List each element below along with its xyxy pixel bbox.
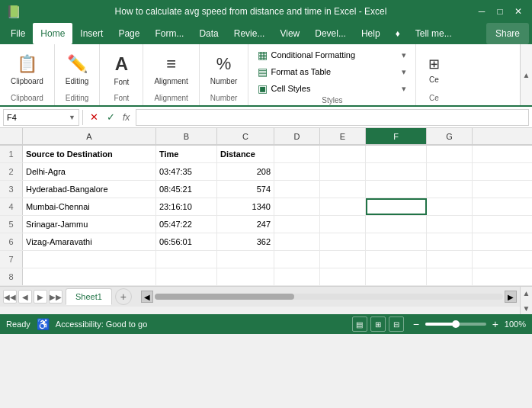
sheet-nav-next[interactable]: ▶: [34, 290, 47, 304]
cell-f6[interactable]: [366, 233, 427, 250]
close-button[interactable]: ✕: [511, 4, 526, 19]
minimize-button[interactable]: ─: [474, 4, 489, 19]
page-layout-btn[interactable]: ⊞: [370, 316, 386, 332]
tell-me-input[interactable]: Tell me...: [408, 23, 460, 44]
formula-cancel-button[interactable]: ✕: [86, 110, 101, 125]
cell-b2[interactable]: 03:47:35: [156, 163, 217, 180]
cell-a3[interactable]: Hyderabad-Bangalore: [23, 181, 156, 198]
add-sheet-button[interactable]: +: [115, 288, 132, 305]
cell-g4[interactable]: [427, 198, 473, 215]
sheet-tab-sheet1[interactable]: Sheet1: [66, 288, 112, 305]
cell-c5[interactable]: 247: [217, 216, 274, 233]
alignment-button[interactable]: ≡ Alignment: [149, 47, 192, 93]
cell-b1[interactable]: Time: [156, 146, 217, 162]
cell-c4[interactable]: 1340: [217, 198, 274, 215]
cell-d4[interactable]: [274, 198, 320, 215]
menu-home[interactable]: Home: [33, 23, 72, 44]
share-button[interactable]: Share: [486, 23, 529, 44]
cell-c7[interactable]: [217, 251, 274, 268]
corner-cell[interactable]: [0, 128, 23, 145]
cell-b5[interactable]: 05:47:22: [156, 216, 217, 233]
menu-format[interactable]: Form...: [147, 23, 191, 44]
menu-page[interactable]: Page: [111, 23, 147, 44]
ce-button[interactable]: ⊞ Ce: [422, 47, 445, 93]
cell-c2[interactable]: 208: [217, 163, 274, 180]
sheet-nav-last[interactable]: ▶▶: [49, 290, 62, 304]
formula-confirm-button[interactable]: ✓: [103, 110, 118, 125]
cell-f4[interactable]: [366, 198, 427, 215]
col-header-d[interactable]: D: [274, 128, 320, 145]
clipboard-button[interactable]: 📋 Clipboard: [6, 47, 48, 93]
cell-g5[interactable]: [427, 216, 473, 233]
format-as-table-button[interactable]: ▤ Format as Table ▾: [255, 64, 409, 79]
scroll-down-btn[interactable]: ▼: [521, 302, 532, 314]
cell-d3[interactable]: [274, 181, 320, 198]
cell-c6[interactable]: 362: [217, 233, 274, 250]
zoom-in-btn[interactable]: +: [489, 318, 502, 330]
cell-b4[interactable]: 23:16:10: [156, 198, 217, 215]
cell-e1[interactable]: [320, 146, 366, 162]
cell-g7[interactable]: [427, 251, 473, 268]
cell-a2[interactable]: Delhi-Agra: [23, 163, 156, 180]
cell-d5[interactable]: [274, 216, 320, 233]
h-scrollbar-track[interactable]: [155, 294, 503, 300]
sheet-nav-first[interactable]: ◀◀: [3, 290, 17, 304]
number-button[interactable]: % Number: [206, 47, 242, 93]
editing-button[interactable]: ✏️ Editing: [61, 47, 94, 93]
menu-file[interactable]: File: [3, 23, 33, 44]
cell-c1[interactable]: Distance: [217, 146, 274, 162]
cell-f5[interactable]: [366, 216, 427, 233]
menu-insert[interactable]: Insert: [72, 23, 111, 44]
menu-diamond[interactable]: ♦: [388, 23, 408, 44]
cell-d8[interactable]: [274, 268, 320, 285]
normal-view-btn[interactable]: ▤: [352, 316, 367, 332]
cell-a6[interactable]: Vizag-Amaravathi: [23, 233, 156, 250]
menu-help[interactable]: Help: [354, 23, 388, 44]
cell-g6[interactable]: [427, 233, 473, 250]
cell-d1[interactable]: [274, 146, 320, 162]
menu-view[interactable]: View: [272, 23, 307, 44]
cell-e4[interactable]: [320, 198, 366, 215]
col-header-e[interactable]: E: [320, 128, 366, 145]
cell-a4[interactable]: Mumbai-Chennai: [23, 198, 156, 215]
cell-b7[interactable]: [156, 251, 217, 268]
cell-a7[interactable]: [23, 251, 156, 268]
cell-g3[interactable]: [427, 181, 473, 198]
cell-b8[interactable]: [156, 268, 217, 285]
scroll-right-btn[interactable]: ▶: [505, 291, 517, 303]
cell-e7[interactable]: [320, 251, 366, 268]
menu-developer[interactable]: Devel...: [307, 23, 354, 44]
name-box[interactable]: F4 ▼: [3, 109, 79, 126]
ribbon-scroll-button[interactable]: ▲: [520, 44, 532, 105]
page-break-btn[interactable]: ⊟: [389, 316, 404, 332]
formula-input[interactable]: [136, 109, 529, 126]
cell-a5[interactable]: Srinagar-Jammu: [23, 216, 156, 233]
cell-c3[interactable]: 574: [217, 181, 274, 198]
cell-b3[interactable]: 08:45:21: [156, 181, 217, 198]
cell-a1[interactable]: Source to Destination: [23, 146, 156, 162]
font-button[interactable]: A Font: [106, 47, 136, 93]
sheet-nav-prev[interactable]: ◀: [18, 290, 32, 304]
cell-f8[interactable]: [366, 268, 427, 285]
cell-f3[interactable]: [366, 181, 427, 198]
col-header-c[interactable]: C: [217, 128, 274, 145]
cell-b6[interactable]: 06:56:01: [156, 233, 217, 250]
cell-styles-button[interactable]: ▣ Cell Styles ▾: [255, 81, 409, 96]
cell-f1[interactable]: [366, 146, 427, 162]
menu-review[interactable]: Revie...: [226, 23, 273, 44]
cell-e5[interactable]: [320, 216, 366, 233]
maximize-button[interactable]: □: [492, 4, 508, 19]
menu-data[interactable]: Data: [191, 23, 226, 44]
cell-g1[interactable]: [427, 146, 473, 162]
zoom-slider[interactable]: [425, 323, 486, 326]
cell-d6[interactable]: [274, 233, 320, 250]
cell-e3[interactable]: [320, 181, 366, 198]
col-header-a[interactable]: A: [23, 128, 156, 145]
cell-e2[interactable]: [320, 163, 366, 180]
cell-e8[interactable]: [320, 268, 366, 285]
col-header-f[interactable]: F: [366, 128, 427, 145]
cell-e6[interactable]: [320, 233, 366, 250]
scroll-up-btn[interactable]: ▲: [521, 287, 532, 299]
zoom-out-btn[interactable]: −: [410, 318, 422, 330]
col-header-g[interactable]: G: [427, 128, 473, 145]
